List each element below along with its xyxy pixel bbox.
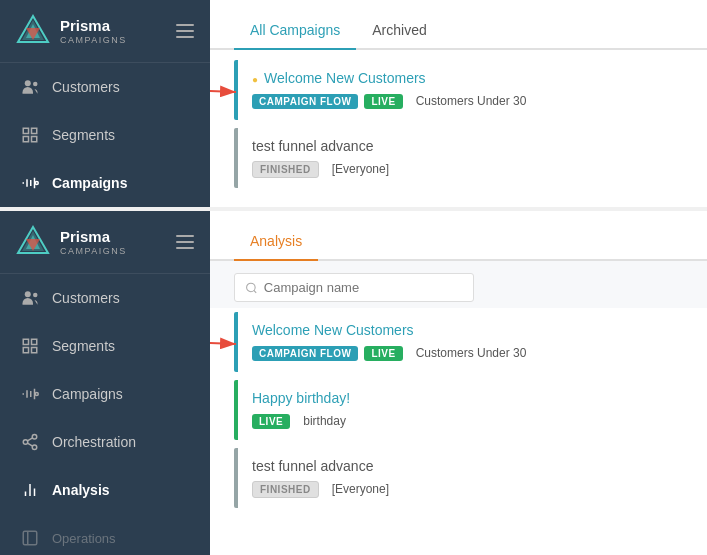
megaphone-icon-top bbox=[20, 173, 40, 193]
share-icon-bottom bbox=[20, 432, 40, 452]
badge-campaign-flow-1: CAMPAIGN FLOW bbox=[252, 94, 358, 109]
nav-segments-label-top: Segments bbox=[52, 127, 115, 143]
tab-archived[interactable]: Archived bbox=[356, 8, 442, 50]
campaign-title-funnel-top: test funnel advance bbox=[252, 138, 669, 154]
search-input[interactable] bbox=[264, 280, 463, 295]
brand-sub-top: CAMPAIGNS bbox=[60, 35, 127, 46]
search-icon bbox=[245, 281, 258, 295]
nav-orchestration-bottom[interactable]: Orchestration bbox=[0, 418, 210, 466]
svg-point-10 bbox=[35, 182, 38, 185]
campaign-list-bottom: Welcome New Customers CAMPAIGN FLOW LIVE… bbox=[210, 308, 707, 555]
nav-analysis-bottom[interactable]: Analysis bbox=[0, 466, 210, 514]
brand-text-top: Prisma CAMPAIGNS bbox=[60, 17, 127, 46]
nav-campaigns-label-bottom: Campaigns bbox=[52, 386, 123, 402]
svg-point-34 bbox=[247, 283, 256, 292]
megaphone-icon-bottom bbox=[20, 384, 40, 404]
svg-line-12 bbox=[210, 89, 236, 92]
sidebar-header-top: Prisma CAMPAIGNS bbox=[0, 0, 210, 63]
campaign-item-welcome-bottom: Welcome New Customers CAMPAIGN FLOW LIVE… bbox=[234, 312, 683, 372]
tab-analysis[interactable]: Analysis bbox=[234, 219, 318, 261]
nav-campaigns-bottom[interactable]: Campaigns bbox=[0, 370, 210, 418]
panel-bottom: Prisma CAMPAIGNS Customers Segments bbox=[0, 211, 707, 555]
search-input-wrap[interactable] bbox=[234, 273, 474, 302]
search-bar-bottom bbox=[210, 261, 707, 308]
sidebar-header-bottom: Prisma CAMPAIGNS bbox=[0, 211, 210, 274]
svg-line-28 bbox=[27, 438, 32, 441]
badge-finished-top: FINISHED bbox=[252, 161, 319, 178]
svg-rect-22 bbox=[32, 348, 37, 353]
svg-rect-8 bbox=[23, 137, 28, 142]
svg-rect-21 bbox=[23, 348, 28, 353]
badge-finished-bottom: FINISHED bbox=[252, 481, 319, 498]
campaign-list-top: Welcome New Customers CAMPAIGN FLOW LIVE… bbox=[210, 50, 707, 207]
campaign-title-welcome-bottom: Welcome New Customers bbox=[252, 322, 669, 338]
badge-meta-funnel-bottom: [Everyone] bbox=[325, 480, 396, 498]
app-container: Prisma CAMPAIGNS Customers Segments bbox=[0, 0, 707, 555]
nav-segments-top[interactable]: Segments bbox=[0, 111, 210, 159]
tabs-bar-top: All Campaigns Archived bbox=[210, 0, 707, 50]
campaign-item-funnel-top: test funnel advance FINISHED [Everyone] bbox=[234, 128, 683, 188]
nav-orchestration-label-bottom: Orchestration bbox=[52, 434, 136, 450]
campaign-title-funnel-bottom: test funnel advance bbox=[252, 458, 669, 474]
svg-point-5 bbox=[33, 82, 38, 87]
svg-rect-7 bbox=[32, 128, 37, 133]
panel-top: Prisma CAMPAIGNS Customers Segments bbox=[0, 0, 707, 207]
brand-sub-bottom: CAMPAIGNS bbox=[60, 246, 127, 257]
badge-meta-welcome-bottom: Customers Under 30 bbox=[409, 344, 534, 362]
hamburger-bottom[interactable] bbox=[176, 235, 194, 249]
nav-analysis-label-bottom: Analysis bbox=[52, 482, 110, 498]
svg-line-35 bbox=[254, 290, 256, 292]
svg-point-17 bbox=[25, 291, 31, 297]
chart-icon-bottom bbox=[20, 480, 40, 500]
nav-customers-label-bottom: Customers bbox=[52, 290, 120, 306]
svg-rect-32 bbox=[23, 531, 37, 545]
nav-segments-label-bottom: Segments bbox=[52, 338, 115, 354]
campaign-badges-welcome: CAMPAIGN FLOW LIVE Customers Under 30 bbox=[252, 92, 669, 110]
svg-point-18 bbox=[33, 293, 38, 298]
campaign-badges-birthday: LIVE birthday bbox=[252, 412, 669, 430]
brand-logo-bottom: Prisma CAMPAIGNS bbox=[16, 225, 127, 259]
svg-rect-6 bbox=[23, 128, 28, 133]
campaign-item-welcome: Welcome New Customers CAMPAIGN FLOW LIVE… bbox=[234, 60, 683, 120]
nav-customers-top[interactable]: Customers bbox=[0, 63, 210, 111]
badge-live-bottom: LIVE bbox=[364, 346, 402, 361]
grid-icon-bottom bbox=[20, 336, 40, 356]
people-icon-bottom bbox=[20, 288, 40, 308]
prisma-logo-bottom bbox=[16, 225, 50, 259]
campaign-badges-funnel-top: FINISHED [Everyone] bbox=[252, 160, 669, 178]
campaign-item-funnel-bottom: test funnel advance FINISHED [Everyone] bbox=[234, 448, 683, 508]
badge-live-birthday: LIVE bbox=[252, 414, 290, 429]
red-arrow-top bbox=[210, 74, 248, 104]
badge-live-1: LIVE bbox=[364, 94, 402, 109]
svg-line-27 bbox=[27, 443, 32, 446]
prisma-logo-top bbox=[16, 14, 50, 48]
svg-point-26 bbox=[32, 445, 37, 450]
svg-rect-9 bbox=[32, 137, 37, 142]
badge-meta-funnel-top: [Everyone] bbox=[325, 160, 396, 178]
brand-text-bottom: Prisma CAMPAIGNS bbox=[60, 228, 127, 257]
campaign-title-birthday: Happy birthday! bbox=[252, 390, 669, 406]
nav-campaigns-label-top: Campaigns bbox=[52, 175, 127, 191]
svg-point-23 bbox=[35, 393, 38, 396]
tabs-bar-bottom: Analysis bbox=[210, 211, 707, 261]
svg-line-37 bbox=[210, 341, 236, 344]
badge-meta-birthday: birthday bbox=[296, 412, 353, 430]
nav-segments-bottom[interactable]: Segments bbox=[0, 322, 210, 370]
campaign-badges-funnel-bottom: FINISHED [Everyone] bbox=[252, 480, 669, 498]
nav-operations-bottom[interactable]: Operations bbox=[0, 514, 210, 555]
svg-rect-20 bbox=[32, 339, 37, 344]
nav-operations-label-bottom: Operations bbox=[52, 531, 116, 546]
nav-campaigns-top[interactable]: Campaigns bbox=[0, 159, 210, 207]
badge-campaign-flow-bottom: CAMPAIGN FLOW bbox=[252, 346, 358, 361]
hamburger-top[interactable] bbox=[176, 24, 194, 38]
svg-rect-19 bbox=[23, 339, 28, 344]
campaign-badges-welcome-bottom: CAMPAIGN FLOW LIVE Customers Under 30 bbox=[252, 344, 669, 362]
main-bottom: Analysis Welcome New Customers CAMPAIGN … bbox=[210, 211, 707, 555]
main-top: All Campaigns Archived Welcome New Custo… bbox=[210, 0, 707, 207]
brand-logo-top: Prisma CAMPAIGNS bbox=[16, 14, 127, 48]
red-arrow-bottom bbox=[210, 326, 248, 356]
nav-customers-bottom[interactable]: Customers bbox=[0, 274, 210, 322]
tab-all-campaigns[interactable]: All Campaigns bbox=[234, 8, 356, 50]
people-icon-top bbox=[20, 77, 40, 97]
campaign-title-welcome: Welcome New Customers bbox=[252, 70, 669, 86]
